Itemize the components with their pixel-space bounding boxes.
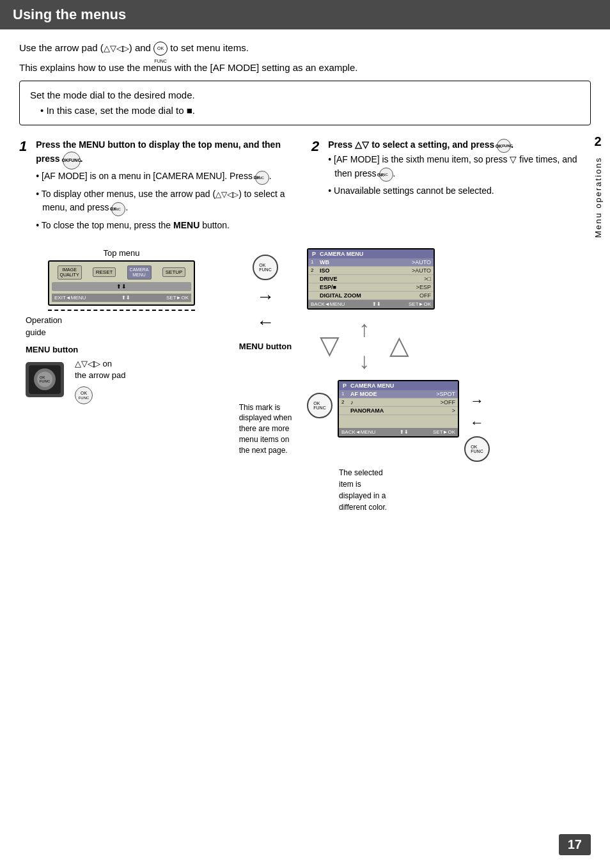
step2-number: 2 (311, 139, 319, 154)
lcd-menu1-header: P CAMERA MENU (308, 249, 434, 258)
camera-outer: OKFUNC (26, 362, 64, 397)
right-arrow-icon: → (256, 287, 274, 307)
lcd-top-icons: IMAGEQUALITY RESET CAMERAMENU SETUP (52, 265, 191, 280)
row1-label: WB (320, 259, 412, 265)
ok-btns-right: → ← OKFUNC (464, 380, 490, 462)
page-number: 17 (559, 834, 591, 855)
ok-s2b1: OKFUNC (379, 168, 393, 182)
camera-body: OKFUNC (26, 362, 67, 400)
row5-label: DIGITAL ZOOM (320, 292, 419, 299)
nav-up-big: ↑ (359, 316, 370, 342)
page-header: Using the menus (0, 0, 610, 29)
ok-s1b1: OKFUNC (255, 171, 269, 185)
lcd-menu2-mode: P (343, 383, 347, 389)
op-guide-row: Operationguide (26, 315, 224, 338)
operation-guide-label: Operationguide (26, 315, 70, 338)
lcd-exit: EXIT◄MENU (54, 295, 86, 301)
m2-row2-label: ♪ (350, 399, 441, 406)
row1-num: 1 (311, 259, 320, 265)
m2-row2-val: >OFF (441, 399, 455, 406)
lcd-menu1-title: CAMERA MENU (320, 251, 363, 257)
ok-inner: OKFUNC (37, 372, 52, 387)
selected-item-note: The selecteditem isdisplayed in adiffere… (339, 467, 591, 513)
m2-row1-val: >SPOT (436, 391, 455, 397)
instruction-box: Set the mode dial to the desired mode. •… (19, 81, 591, 125)
lcd-icon-image-quality: IMAGEQUALITY (58, 265, 82, 280)
lcd-menu2-row1: 1 AF MODE >SPOT (339, 390, 458, 398)
lcd-bottom-bar-top: EXIT◄MENU ⬆⬇ SET►OK (52, 294, 191, 302)
nav-down-big: ↓ (359, 348, 370, 374)
ok-func-btn-camera: OKFUNC (34, 368, 56, 390)
steps-row: 1 Press the MENU button to display the t… (19, 138, 591, 235)
intro-line1: Use the arrow pad (△▽◁▷) and OKFUNC to s… (19, 41, 591, 56)
left-diagram: Top menu IMAGEQUALITY RESET CAMERAMENU S… (19, 248, 224, 405)
lcd-menu1-row1: 1 WB >AUTO (308, 258, 434, 267)
step1-bullet2: To display other menus, use the arrow pa… (36, 187, 299, 216)
dashed-line (48, 310, 195, 311)
footer1-left: BACK◄MENU (311, 301, 345, 307)
lcd-camera-menu-2: P CAMERA MENU 1 AF MODE >SPOT 2 ♪ >OFF (338, 380, 459, 438)
camera-area: OKFUNC △▽◁▷ onthe arrow pad OKFUNC (26, 358, 224, 404)
ok-func-btn-s1: OKFUNC (63, 152, 81, 170)
row2-label: ISO (320, 267, 412, 274)
row2-num: 2 (311, 267, 320, 273)
instruction-main: Set the mode dial to the desired mode. (30, 88, 580, 103)
nav-vert-arrows: ↑ ↓ (359, 316, 370, 374)
chapter-number: 2 (594, 134, 601, 149)
row3-val: >□ (424, 276, 431, 282)
lcd-mid: ⬆⬇ (121, 295, 130, 301)
step1-bullet1: [AF MODE] is on a menu in [CAMERA MENU].… (36, 170, 299, 185)
lcd-menu1-row4: ESP/■ >ESP (308, 283, 434, 292)
right-sidebar: 2 Menu operations (586, 128, 610, 384)
arrow-pad-label: △▽◁▷ onthe arrow pad OKFUNC (75, 358, 126, 404)
this-mark-label: This mark isdisplayed whenthere are more… (239, 402, 292, 456)
menu-button-area: MENU button OKFUNC (26, 345, 224, 404)
page-title: Using the menus (13, 6, 126, 22)
step-2: 2 Press △▽ to select a setting, and pres… (311, 138, 591, 201)
lcd-menu1-row2: 2 ISO >AUTO (308, 267, 434, 275)
nav-arrows: ▽ ↑ ↓ △ (320, 316, 578, 374)
lcd-menu1-row3: DRIVE >□ (308, 275, 434, 283)
step1-number: 1 (19, 139, 27, 154)
lcd-menu2-row2: 2 ♪ >OFF (339, 398, 458, 407)
left-arrow-icon: ← (256, 312, 274, 333)
footer1-right: SET►OK (409, 301, 431, 307)
row5-val: OFF (419, 292, 431, 299)
lcd-icon-reset: RESET (93, 267, 116, 277)
m2-row1-label: AF MODE (350, 391, 436, 397)
left-arrow-lcd2: ← (470, 414, 484, 431)
page-container: Using the menus Use the arrow pad (△▽◁▷)… (0, 0, 610, 868)
ok-s1b2: OKFUNC (111, 202, 125, 216)
ok-btns-left: OKFUNC (307, 380, 332, 418)
nav-down-arrow: ▽ (320, 330, 340, 359)
ok-s2: OKFUNC (497, 139, 511, 153)
step1-content: Press the MENU button to display the top… (36, 138, 299, 235)
lcd2-spacer (339, 415, 458, 428)
diagrams-row: Top menu IMAGEQUALITY RESET CAMERAMENU S… (19, 248, 591, 513)
ok-func-icon: OKFUNC (153, 42, 168, 56)
step-1: 1 Press the MENU button to display the t… (19, 138, 299, 235)
sidebar-text: Menu operations (593, 157, 603, 238)
row4-label: ESP/■ (320, 284, 416, 290)
lcd2-row: OKFUNC P CAMERA MENU 1 AF MODE >SPOT (307, 380, 591, 462)
lcd-menu2-row3: PANORAMA > (339, 407, 458, 415)
row2-val: >AUTO (412, 267, 431, 274)
lcd-menu2-title: CAMERA MENU (350, 383, 394, 389)
footer2-left: BACK◄MENU (341, 429, 375, 435)
ok-func-top-btn: OKFUNC (253, 255, 278, 280)
lcd-scroll-icon: ⬆⬇ (52, 282, 191, 291)
right-arrow-lcd2: → (470, 393, 484, 409)
top-menu-label: Top menu (19, 248, 224, 258)
instruction-bullet: • In this case, set the mode dial to ■. (30, 103, 580, 118)
step2-bullet1: [AF MODE] is the sixth menu item, so pre… (328, 153, 591, 182)
row4-val: >ESP (416, 284, 431, 290)
ok-func-after-btn: OKFUNC (464, 436, 490, 462)
ok-func-small: OKFUNC (75, 386, 93, 404)
nav-up-arrow: △ (389, 330, 409, 359)
lcd-menu2-footer: BACK◄MENU ⬆⬇ SET►OK (339, 428, 458, 436)
footer2-right: SET►OK (433, 429, 455, 435)
intro-line2: This explains how to use the menus with … (19, 61, 591, 75)
lcd-set-ok: SET►OK (166, 295, 189, 301)
m2-row2-num: 2 (341, 399, 350, 405)
step2-bullets: [AF MODE] is the sixth menu item, so pre… (328, 153, 591, 198)
